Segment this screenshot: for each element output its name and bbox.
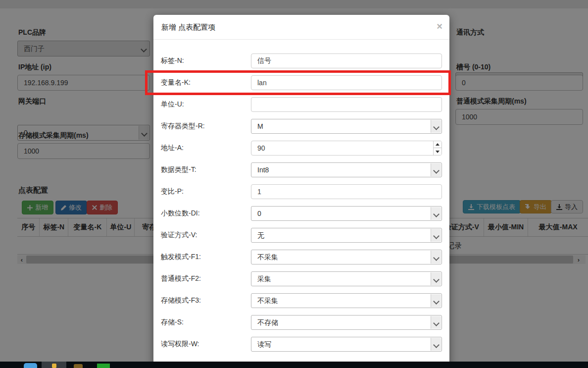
form-row-storage-mode: 存储模式-F3: 不采集	[161, 293, 442, 308]
modal-header: 新增 点表配置项 ×	[153, 15, 449, 40]
field-label: 普通模式-F2:	[161, 274, 251, 283]
chevron-down-icon	[431, 272, 441, 285]
chevron-down-icon	[431, 163, 441, 176]
field-label: 单位-U:	[161, 100, 251, 109]
data-type-select[interactable]: Int8	[251, 162, 442, 177]
form-row-tag: 标签-N:	[161, 53, 442, 68]
form-row-unit: 单位-U:	[161, 97, 442, 112]
field-label: 标签-N:	[161, 56, 251, 65]
app-icon-green[interactable]	[97, 364, 110, 368]
spinner-up-icon[interactable]	[434, 141, 441, 148]
field-label: 存储模式-F3:	[161, 296, 251, 305]
field-label: 小数位数-DI:	[161, 209, 251, 218]
field-label: 存储-S:	[161, 318, 251, 327]
normal-mode-select[interactable]: 采集	[251, 271, 442, 286]
form-row-address: 地址-A:	[161, 141, 442, 156]
storage-select[interactable]: 不存储	[251, 315, 442, 330]
unit-input[interactable]	[251, 97, 442, 112]
close-icon[interactable]: ×	[437, 21, 442, 32]
select-value: 0	[257, 210, 261, 217]
field-label: 变比-P:	[161, 187, 251, 196]
select-value: M	[257, 122, 263, 130]
chevron-down-icon	[431, 120, 441, 133]
select-value: 无	[257, 231, 264, 239]
field-label: 验证方式-V:	[161, 231, 251, 240]
field-label: 寄存器类型-R:	[161, 122, 251, 131]
add-point-modal: 新增 点表配置项 × 标签-N: 变量名-K: 单位-U: 寄存器类型-R: M	[153, 15, 449, 368]
select-value: 采集	[257, 275, 271, 283]
form-row-trigger-mode: 触发模式-F1: 不采集	[161, 250, 442, 264]
taskbar[interactable]	[0, 362, 588, 368]
highlight-annotation-box	[145, 70, 451, 95]
form-row-rw-permission: 读写权限-W: 读写	[161, 337, 442, 352]
app-icon-yellow[interactable]	[52, 364, 56, 368]
field-label: 地址-A:	[161, 144, 251, 153]
field-label: 读写权限-W:	[161, 340, 251, 349]
form-row-ratio: 变比-P:	[161, 184, 442, 199]
select-value: 不存储	[257, 318, 278, 326]
decimals-select[interactable]: 0	[251, 206, 442, 221]
field-label: 触发模式-F1:	[161, 253, 251, 262]
screen: PLC品牌 西门子 IP地址 (ip) 网关端口 0 存储模式采集周期(ms) …	[0, 0, 588, 368]
form-row-data-type: 数据类型-T: Int8	[161, 162, 442, 177]
form-row-decimals: 小数位数-DI: 0	[161, 206, 442, 221]
form-row-storage: 存储-S: 不存储	[161, 315, 442, 330]
rw-permission-select[interactable]: 读写	[251, 337, 442, 352]
app-icon-brown[interactable]	[74, 364, 83, 368]
ratio-input[interactable]	[251, 184, 442, 199]
number-spinner[interactable]	[433, 141, 441, 155]
modal-title: 新增 点表配置项	[161, 23, 215, 32]
form-row-normal-mode: 普通模式-F2: 采集	[161, 271, 442, 286]
form-row-register-type: 寄存器类型-R: M	[161, 119, 442, 134]
select-value: 读写	[257, 340, 271, 348]
chevron-down-icon	[431, 207, 441, 220]
trigger-mode-select[interactable]: 不采集	[251, 250, 442, 264]
form-row-validation: 验证方式-V: 无	[161, 228, 442, 243]
chevron-down-icon	[431, 229, 441, 242]
storage-mode-select[interactable]: 不采集	[251, 293, 442, 308]
select-value: 不采集	[257, 253, 278, 261]
chevron-down-icon	[431, 294, 441, 307]
register-type-select[interactable]: M	[251, 119, 442, 134]
select-value: Int8	[257, 166, 269, 174]
chevron-down-icon	[431, 316, 441, 329]
chevron-down-icon	[431, 338, 441, 351]
spinner-down-icon[interactable]	[434, 148, 441, 155]
field-label: 数据类型-T:	[161, 165, 251, 174]
address-input[interactable]	[251, 141, 442, 156]
chevron-down-icon	[431, 251, 441, 263]
tag-input[interactable]	[251, 53, 442, 68]
validation-select[interactable]: 无	[251, 228, 442, 243]
app-icon-blue[interactable]	[24, 363, 37, 368]
select-value: 不采集	[257, 297, 278, 305]
